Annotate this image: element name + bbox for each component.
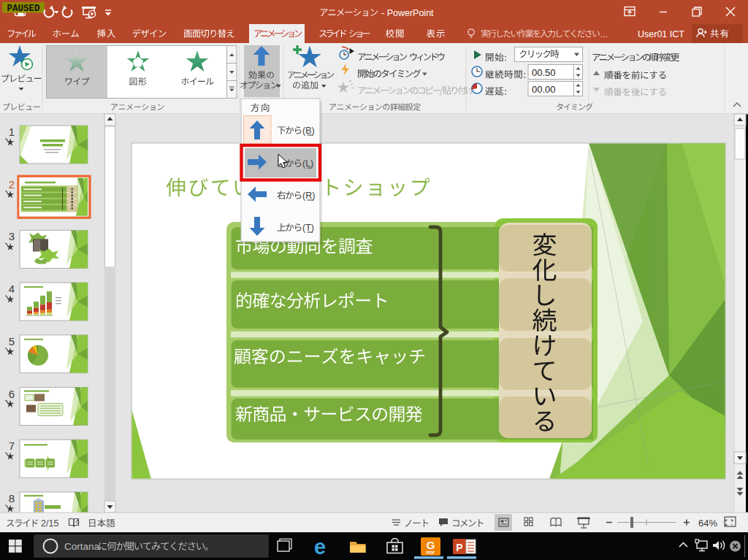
- svg-text:G: G: [427, 539, 435, 551]
- svg-text:00.00: 00.00: [532, 84, 556, 95]
- svg-text:7: 7: [9, 440, 15, 452]
- svg-text:3: 3: [9, 230, 15, 242]
- svg-text:00.50: 00.50: [532, 67, 556, 78]
- svg-text:(T): (T): [302, 223, 314, 233]
- svg-text:...: ...: [600, 29, 608, 39]
- svg-text:2: 2: [9, 178, 15, 191]
- svg-text:64%: 64%: [698, 518, 717, 529]
- svg-text:PDF: PDF: [427, 551, 435, 555]
- svg-text:4: 4: [9, 283, 15, 295]
- svg-text:1: 1: [9, 126, 15, 138]
- svg-text:(L): (L): [302, 158, 313, 169]
- svg-text:2/15: 2/15: [41, 518, 58, 529]
- svg-text:5: 5: [9, 335, 15, 348]
- svg-text:6: 6: [9, 388, 15, 400]
- svg-text:P: P: [456, 542, 462, 553]
- svg-text:(R): (R): [302, 191, 315, 201]
- svg-text:8: 8: [9, 492, 15, 505]
- svg-text:PAUSED: PAUSED: [7, 4, 40, 14]
- svg-text:User01 ICT: User01 ICT: [638, 29, 684, 39]
- svg-text:(B): (B): [302, 126, 315, 136]
- svg-text:Cortana: Cortana: [64, 541, 100, 552]
- svg-text:- PowerPoint: - PowerPoint: [381, 8, 434, 18]
- svg-text:e: e: [314, 535, 326, 559]
